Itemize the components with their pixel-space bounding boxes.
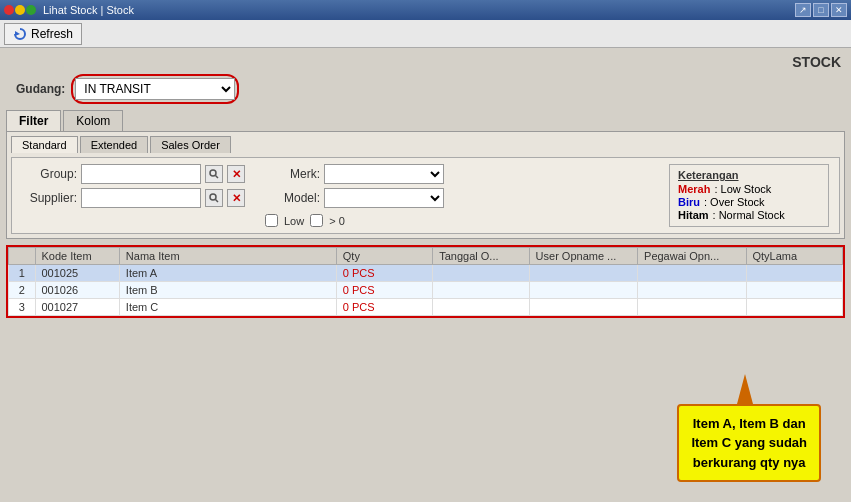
gudang-select-wrapper: IN TRANSIT GUDANG 1 GUDANG 2: [71, 74, 239, 104]
filter-left-fields: Group: ✕ Supplier:: [22, 164, 245, 227]
tab-standard[interactable]: Standard: [11, 136, 78, 153]
gt0-checkbox[interactable]: [310, 214, 323, 227]
main-content: STOCK Gudang: IN TRANSIT GUDANG 1 GUDANG…: [0, 48, 851, 502]
app-logo: Lihat Stock | Stock: [4, 4, 134, 16]
merk-label: Merk:: [265, 167, 320, 181]
tab-extended[interactable]: Extended: [80, 136, 148, 153]
table-header-row: Kode Item Nama Item Qty Tanggal O... Use…: [9, 248, 843, 265]
filter-right-fields: Merk: Model:: [265, 164, 669, 227]
cell-pegawai-1: [638, 265, 746, 282]
supplier-clear-button[interactable]: ✕: [227, 189, 245, 207]
cell-tanggal-2: [433, 282, 529, 299]
group-input[interactable]: [81, 164, 201, 184]
gt0-label: > 0: [329, 215, 345, 227]
tab-filter[interactable]: Filter: [6, 110, 61, 131]
model-field-row: Model:: [265, 188, 669, 208]
cell-nama-2: Item B: [119, 282, 336, 299]
keterangan-merah-desc: : Low Stock: [714, 183, 771, 195]
tab-sales-order[interactable]: Sales Order: [150, 136, 231, 153]
keterangan-row-red: Merah : Low Stock: [678, 183, 820, 195]
cell-kode-1: 001025: [35, 265, 119, 282]
cell-user-1: [529, 265, 637, 282]
low-checkbox[interactable]: [265, 214, 278, 227]
annotation-text: Item A, Item B danItem C yang sudahberku…: [691, 416, 807, 470]
keterangan-row-blue: Biru : Over Stock: [678, 196, 820, 208]
cell-nama-1: Item A: [119, 265, 336, 282]
maximize-button[interactable]: □: [813, 3, 829, 17]
refresh-label: Refresh: [31, 27, 73, 41]
svg-point-3: [210, 194, 216, 200]
svg-point-1: [210, 170, 216, 176]
gudang-label: Gudang:: [16, 82, 65, 96]
cell-qty-2: 0 PCS: [336, 282, 432, 299]
data-table: Kode Item Nama Item Qty Tanggal O... Use…: [8, 247, 843, 316]
merk-select[interactable]: [324, 164, 444, 184]
annotation-box: Item A, Item B danItem C yang sudahberku…: [677, 404, 821, 483]
cell-kode-2: 001026: [35, 282, 119, 299]
table-row[interactable]: 1 001025 Item A 0 PCS: [9, 265, 843, 282]
cell-pegawai-2: [638, 282, 746, 299]
cell-user-3: [529, 299, 637, 316]
refresh-button[interactable]: Refresh: [4, 23, 82, 45]
cell-qtylama-2: [746, 282, 843, 299]
logo-circle-green: [26, 5, 36, 15]
annotation-arrow: [737, 374, 753, 404]
keterangan-row-black: Hitam : Normal Stock: [678, 209, 820, 221]
logo-circles: [4, 5, 36, 15]
table-row[interactable]: 3 001027 Item C 0 PCS: [9, 299, 843, 316]
group-search-button[interactable]: [205, 165, 223, 183]
group-label: Group:: [22, 167, 77, 181]
restore-button[interactable]: ↗: [795, 3, 811, 17]
search-icon-2: [209, 193, 219, 203]
svg-marker-0: [15, 31, 20, 36]
cell-user-2: [529, 282, 637, 299]
gudang-row: Gudang: IN TRANSIT GUDANG 1 GUDANG 2: [6, 74, 845, 104]
title-bar: Lihat Stock | Stock ↗ □ ✕: [0, 0, 851, 20]
annotation: Item A, Item B danItem C yang sudahberku…: [677, 404, 821, 483]
svg-line-2: [216, 176, 219, 179]
refresh-icon: [13, 27, 27, 41]
low-label: Low: [284, 215, 304, 227]
col-header-tanggal[interactable]: Tanggal O...: [433, 248, 529, 265]
model-label: Model:: [265, 191, 320, 205]
col-header-kode[interactable]: Kode Item: [35, 248, 119, 265]
keterangan-hitam-label: Hitam: [678, 209, 709, 221]
keterangan-biru-label: Biru: [678, 196, 700, 208]
col-header-pegawai[interactable]: Pegawai Opn...: [638, 248, 746, 265]
group-clear-button[interactable]: ✕: [227, 165, 245, 183]
cell-no-2: 2: [9, 282, 36, 299]
tab-kolom[interactable]: Kolom: [63, 110, 123, 131]
keterangan-title: Keterangan: [678, 169, 820, 181]
supplier-field-row: Supplier: ✕: [22, 188, 245, 208]
model-select[interactable]: [324, 188, 444, 208]
col-header-qty[interactable]: Qty: [336, 248, 432, 265]
cell-tanggal-3: [433, 299, 529, 316]
keterangan-box: Keterangan Merah : Low Stock Biru : Over…: [669, 164, 829, 227]
filter-bottom: Group: ✕ Supplier:: [22, 164, 829, 227]
search-icon: [209, 169, 219, 179]
filter-panel: Standard Extended Sales Order Group:: [6, 131, 845, 239]
window-title: Lihat Stock | Stock: [43, 4, 134, 16]
supplier-input[interactable]: [81, 188, 201, 208]
col-header-qtylama[interactable]: QtyLama: [746, 248, 843, 265]
close-button[interactable]: ✕: [831, 3, 847, 17]
svg-line-4: [216, 200, 219, 203]
supplier-search-button[interactable]: [205, 189, 223, 207]
keterangan-biru-desc: : Over Stock: [704, 196, 765, 208]
gudang-select[interactable]: IN TRANSIT GUDANG 1 GUDANG 2: [75, 78, 235, 100]
cell-qty-1: 0 PCS: [336, 265, 432, 282]
cell-qtylama-1: [746, 265, 843, 282]
supplier-label: Supplier:: [22, 191, 77, 205]
logo-circle-red: [4, 5, 14, 15]
toolbar: Refresh: [0, 20, 851, 48]
col-header-user[interactable]: User Opname ...: [529, 248, 637, 265]
cell-nama-3: Item C: [119, 299, 336, 316]
keterangan-hitam-desc: : Normal Stock: [713, 209, 785, 221]
col-header-no: [9, 248, 36, 265]
cell-pegawai-3: [638, 299, 746, 316]
window-controls: ↗ □ ✕: [795, 3, 847, 17]
col-header-nama[interactable]: Nama Item: [119, 248, 336, 265]
data-table-wrapper: Kode Item Nama Item Qty Tanggal O... Use…: [6, 245, 845, 318]
group-field-row: Group: ✕: [22, 164, 245, 184]
table-row[interactable]: 2 001026 Item B 0 PCS: [9, 282, 843, 299]
